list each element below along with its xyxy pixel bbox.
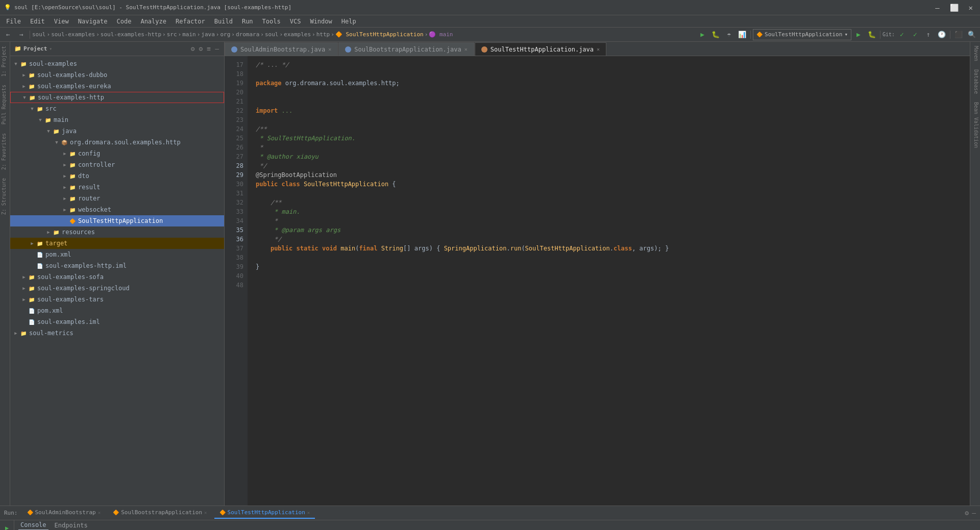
expand-arrow[interactable]: ▼ [45, 128, 52, 135]
tree-item-dubbo[interactable]: ▶ 📁 soul-examples-dubbo [10, 69, 224, 81]
tree-item-metrics[interactable]: ▶ 📁 soul-metrics [10, 327, 224, 339]
menu-view[interactable]: View [50, 17, 73, 26]
tree-item-http[interactable]: ▼ 📁 soul-examples-http [10, 92, 224, 103]
menu-navigate[interactable]: Navigate [74, 17, 112, 26]
tree-item-pkg[interactable]: ▼ 📦 org.dromara.soul.examples.http [10, 137, 224, 148]
git-check1[interactable]: ✓ [896, 29, 908, 41]
bc-dromara[interactable]: dromara [236, 31, 259, 38]
expand-arrow[interactable]: ▼ [21, 94, 28, 101]
bc-main[interactable]: main [182, 31, 196, 38]
expand-arrow[interactable]: ▶ [20, 273, 28, 281]
expand-arrow[interactable]: ▶ [61, 172, 68, 180]
expand-arrow[interactable]: ▶ [20, 71, 28, 79]
bc-class[interactable]: 🔶 SoulTestHttpApplication [335, 31, 424, 38]
expand-arrow[interactable]: ▶ [29, 240, 36, 247]
tree-item-target[interactable]: ▶ 📁 target [10, 238, 224, 249]
expand-arrow[interactable]: ▶ [61, 206, 68, 213]
search-everywhere-btn[interactable]: 🔍 [966, 29, 978, 41]
expand-arrow[interactable]: ▶ [61, 161, 68, 168]
tree-item-sofa[interactable]: ▶ 📁 soul-examples-sofa [10, 271, 224, 283]
debug-play-btn[interactable]: 🐛 [866, 29, 878, 41]
tree-item-iml[interactable]: 📄 soul-examples-http.iml [10, 260, 224, 271]
tree-item-springcloud[interactable]: ▶ 📁 soul-examples-springcloud [10, 283, 224, 294]
menu-build[interactable]: Build [210, 17, 237, 26]
bc-java[interactable]: java [201, 31, 215, 38]
tree-item-controller[interactable]: ▶ 📁 controller [10, 159, 224, 170]
tree-item-pom[interactable]: 📄 pom.xml [10, 249, 224, 260]
git-update[interactable]: Git: [883, 29, 895, 41]
sync-btn[interactable]: ⚙ [190, 44, 196, 54]
tree-item-router[interactable]: ▶ 📁 router [10, 193, 224, 204]
expand-arrow[interactable]: ▼ [53, 139, 60, 146]
coverage-btn[interactable]: ☂ [723, 29, 735, 41]
expand-arrow[interactable]: ▼ [37, 116, 44, 123]
bc-org[interactable]: org [220, 31, 230, 38]
close-panel-btn[interactable]: — [214, 44, 220, 54]
bc-method[interactable]: 🟣 main [429, 31, 453, 38]
tree-item-resources[interactable]: ▶ 📁 resources [10, 226, 224, 238]
left-tab-pullrequests[interactable]: Pull Requests [0, 81, 10, 129]
tree-item-main[interactable]: ▼ 📁 main [10, 114, 224, 125]
maximize-btn[interactable]: ⬜ [947, 3, 962, 13]
git-history[interactable]: 🕐 [936, 29, 948, 41]
console-tab-console[interactable]: Console [18, 520, 48, 530]
minimize-btn[interactable]: — [932, 3, 942, 13]
menu-refactor[interactable]: Refactor [172, 17, 209, 26]
run-tab-admin[interactable]: 🔶 SoulAdminBootstrap ✕ [22, 508, 106, 519]
bc-soul2[interactable]: soul [265, 31, 279, 38]
bc-soul[interactable]: soul [32, 31, 46, 38]
menu-code[interactable]: Code [113, 17, 136, 26]
tab-close[interactable]: ✕ [204, 510, 207, 515]
menu-help[interactable]: Help [337, 17, 360, 26]
gear-btn[interactable]: ≡ [206, 44, 212, 54]
forward-btn[interactable]: → [15, 29, 28, 41]
tree-item-tars[interactable]: ▶ 📁 soul-examples-tars [10, 294, 224, 305]
right-tab-bean[interactable]: Bean Validation [970, 98, 980, 152]
menu-window[interactable]: Window [306, 17, 336, 26]
expand-arrow[interactable]: ▶ [20, 83, 28, 90]
tree-item-iml-root[interactable]: 📄 soul-examples.iml [10, 316, 224, 327]
expand-arrow[interactable]: ▶ [20, 296, 28, 303]
tree-item-result[interactable]: ▶ 📁 result [10, 182, 224, 193]
expand-arrow[interactable]: ▶ [61, 195, 68, 202]
bc-http[interactable]: soul-examples-http [101, 31, 161, 38]
left-tab-project[interactable]: 1: Project [0, 42, 10, 81]
debug-btn[interactable]: 🐛 [709, 29, 722, 41]
settings-icon[interactable]: ⚙ [965, 509, 969, 517]
dropdown-icon[interactable]: ▾ [49, 46, 52, 52]
left-tab-favorites[interactable]: 2: Favorites [0, 129, 10, 174]
expand-arrow[interactable]: ▶ [20, 285, 28, 292]
menu-tools[interactable]: Tools [258, 17, 285, 26]
git-check2[interactable]: ✓ [909, 29, 921, 41]
bc-examples[interactable]: soul-examples [51, 31, 95, 38]
tree-item-soul-class[interactable]: 🔶 SoulTestHttpApplication [10, 215, 224, 226]
bc-ex2[interactable]: examples [284, 31, 311, 38]
bc-http2[interactable]: http [316, 31, 330, 38]
left-tab-structure[interactable]: Z: Structure [0, 174, 10, 219]
tree-item-java[interactable]: ▼ 📁 java [10, 125, 224, 137]
bc-src[interactable]: src [167, 31, 177, 38]
expand-arrow[interactable]: ▼ [29, 105, 36, 112]
tree-item-soul-examples[interactable]: ▼ 📁 soul-examples [10, 58, 224, 69]
tree-item-websocket[interactable]: ▶ 📁 websocket [10, 204, 224, 215]
menu-edit[interactable]: Edit [26, 17, 49, 26]
expand-arrow[interactable]: ▼ [12, 60, 19, 67]
tree-item-eureka[interactable]: ▶ 📁 soul-examples-eureka [10, 81, 224, 92]
tree-item-config[interactable]: ▶ 📁 config [10, 148, 224, 159]
tab-close[interactable]: ✕ [98, 510, 101, 515]
bookmark-btn[interactable]: ⬛ [952, 29, 965, 41]
menu-run[interactable]: Run [238, 17, 257, 26]
close-btn[interactable]: ✕ [966, 3, 976, 13]
run-tab-http[interactable]: 🔶 SoulTestHttpApplication ✕ [214, 508, 315, 519]
tab-close-btn[interactable]: ✕ [464, 46, 468, 52]
expand-arrow[interactable]: ▶ [12, 330, 19, 337]
expand-arrow[interactable]: ▶ [45, 229, 52, 236]
run-config-dropdown[interactable]: 🔶 SoulTestHttpApplication ▾ [753, 29, 851, 40]
menu-analyze[interactable]: Analyze [136, 17, 170, 26]
run-tab-bootstrap[interactable]: 🔶 SoulBootstrapApplication ✕ [108, 508, 212, 519]
back-btn[interactable]: ← [2, 29, 14, 41]
menu-file[interactable]: File [2, 17, 25, 26]
code-editor[interactable]: /* ... */ package org.dromara.soul.examp… [248, 56, 970, 506]
tree-item-dto[interactable]: ▶ 📁 dto [10, 170, 224, 182]
tree-item-src[interactable]: ▼ 📁 src [10, 103, 224, 114]
